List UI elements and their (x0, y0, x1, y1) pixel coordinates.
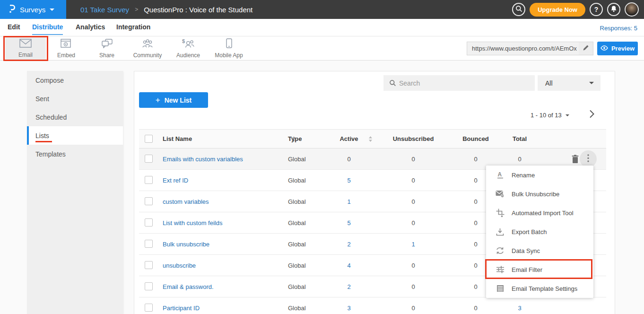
email-icon (19, 39, 32, 50)
menu-item-rename[interactable]: A Rename (486, 166, 593, 184)
channel-embed[interactable]: Embed (46, 36, 87, 61)
sidebar-item-label: Templates (35, 150, 66, 158)
next-page-button[interactable] (586, 109, 597, 121)
active-count: 4 (325, 255, 373, 276)
responses-count[interactable]: Responses: 5 (600, 25, 638, 32)
active-count: 2 (325, 276, 373, 297)
unsubscribed-count: 0 (380, 212, 446, 233)
sidebar-item-label: Compose (35, 77, 64, 84)
breadcrumb: 01 Take Survey > QuestionPro : Voice of … (80, 0, 252, 19)
channel-label: Share (99, 52, 114, 59)
svg-text:A: A (497, 171, 502, 178)
list-name-link[interactable]: Email & password. (163, 283, 214, 290)
channel-label: Embed (57, 52, 75, 59)
embed-icon (61, 39, 72, 50)
row-checkbox[interactable] (145, 261, 153, 269)
survey-url-input[interactable] (467, 45, 579, 52)
sidebar-item-label: Sent (35, 95, 49, 103)
export-download-icon (496, 228, 505, 236)
menu-item-data-sync[interactable]: Data Sync (486, 241, 593, 260)
email-sidebar: Compose Sent Scheduled Lists Templates (27, 71, 123, 314)
search-button[interactable] (512, 3, 525, 16)
topbar-actions: Upgrade Now ? (512, 0, 639, 19)
unsubscribed-count: 1 (380, 234, 446, 254)
list-name-link[interactable]: custom variables (163, 198, 209, 205)
tab-edit[interactable]: Edit (8, 23, 20, 31)
edit-url-button[interactable] (579, 42, 593, 55)
preview-button[interactable]: Preview (597, 42, 638, 55)
list-name-link[interactable]: Bulk unsubscribe (163, 241, 209, 248)
menu-item-email-filter[interactable]: Email Filter (486, 260, 593, 279)
unsubscribed-count: 0 (380, 148, 446, 169)
help-button[interactable]: ? (590, 3, 603, 16)
menu-item-label: Bulk Unsubscribe (512, 191, 559, 198)
row-checkbox[interactable] (145, 304, 153, 312)
list-name-link[interactable]: Ext ref ID (163, 177, 188, 184)
active-count: 3 (325, 297, 373, 314)
plus-icon: + (156, 96, 160, 105)
new-list-button[interactable]: + New List (139, 92, 208, 108)
active-count: 5 (325, 212, 373, 233)
list-name-link[interactable]: Participant ID (163, 305, 200, 312)
channel-audience[interactable]: $ Audience (168, 36, 209, 61)
menu-item-bulk-unsubscribe[interactable]: Bulk Unsubscribe (486, 184, 593, 203)
channel-label: Mobile App (215, 52, 243, 59)
channel-label: Audience (176, 52, 200, 59)
menu-item-email-template-settings[interactable]: Email Template Settings (486, 279, 593, 298)
share-icon (101, 39, 113, 50)
menu-item-export-batch[interactable]: Export Batch (486, 222, 593, 241)
unsubscribed-count: 0 (380, 170, 446, 191)
header-unsubscribed[interactable]: Unsubscribed (380, 130, 446, 148)
sidebar-item-templates[interactable]: Templates (27, 145, 123, 163)
questionpro-email-lists-page: Surveys 01 Take Survey > QuestionPro : V… (0, 0, 644, 314)
header-total[interactable]: Total (491, 130, 548, 148)
row-checkbox[interactable] (145, 155, 153, 163)
automated-import-icon (496, 209, 505, 217)
list-name-link[interactable]: List with custom feilds (163, 219, 222, 227)
pagination-text: 1 - 10 of 13 (531, 112, 562, 119)
list-filter-dropdown[interactable]: All (538, 75, 600, 91)
sidebar-item-sent[interactable]: Sent (27, 89, 123, 108)
table-row[interactable]: Participant ID Global 3 0 0 3 (139, 297, 606, 314)
annotation-underline-lists (35, 141, 52, 142)
svg-text:$: $ (182, 39, 185, 44)
sidebar-item-scheduled[interactable]: Scheduled (27, 108, 123, 126)
bell-icon (610, 5, 617, 14)
tab-analytics[interactable]: Analytics (76, 23, 105, 31)
channel-community[interactable]: Community (127, 36, 168, 61)
notifications-button[interactable] (607, 3, 620, 16)
channel-mobile-app[interactable]: Mobile App (209, 36, 249, 61)
channel-share[interactable]: Share (87, 36, 127, 61)
channel-email[interactable]: Email (5, 36, 46, 61)
list-search-box (383, 75, 535, 91)
header-list-name[interactable]: List Name (163, 130, 286, 148)
menu-item-automated-import-tool[interactable]: Automated Import Tool (486, 203, 593, 222)
tab-distribute[interactable]: Distribute (32, 23, 63, 35)
row-actions-button[interactable] (580, 150, 597, 167)
header-active[interactable]: Active (325, 130, 373, 148)
row-checkbox[interactable] (145, 240, 153, 248)
list-name-link[interactable]: unsubscribe (163, 262, 196, 269)
chevron-right-icon (589, 110, 594, 120)
list-name-link[interactable]: Emails with custom varialbles (163, 156, 243, 163)
delete-list-button[interactable] (572, 155, 579, 165)
sidebar-item-compose[interactable]: Compose (27, 71, 123, 89)
pagination-range-dropdown[interactable]: 1 - 10 of 13 (531, 112, 569, 119)
upgrade-now-button[interactable]: Upgrade Now (530, 3, 585, 17)
mobile-app-icon (226, 38, 232, 50)
sidebar-item-label: Scheduled (35, 113, 67, 121)
search-input[interactable] (396, 79, 535, 87)
product-switcher[interactable]: Surveys (0, 0, 66, 19)
sidebar-item-lists[interactable]: Lists (27, 126, 123, 145)
audience-icon: $ (182, 39, 194, 50)
row-checkbox[interactable] (145, 218, 153, 227)
community-icon (141, 39, 154, 50)
row-checkbox[interactable] (145, 176, 153, 184)
sidebar-item-label: Lists (35, 132, 49, 140)
breadcrumb-survey-link[interactable]: 01 Take Survey (80, 6, 129, 14)
select-all-checkbox[interactable] (145, 135, 153, 143)
tab-integration[interactable]: Integration (116, 23, 150, 31)
row-checkbox[interactable] (145, 282, 153, 290)
row-checkbox[interactable] (145, 197, 153, 205)
user-avatar[interactable] (625, 2, 639, 17)
